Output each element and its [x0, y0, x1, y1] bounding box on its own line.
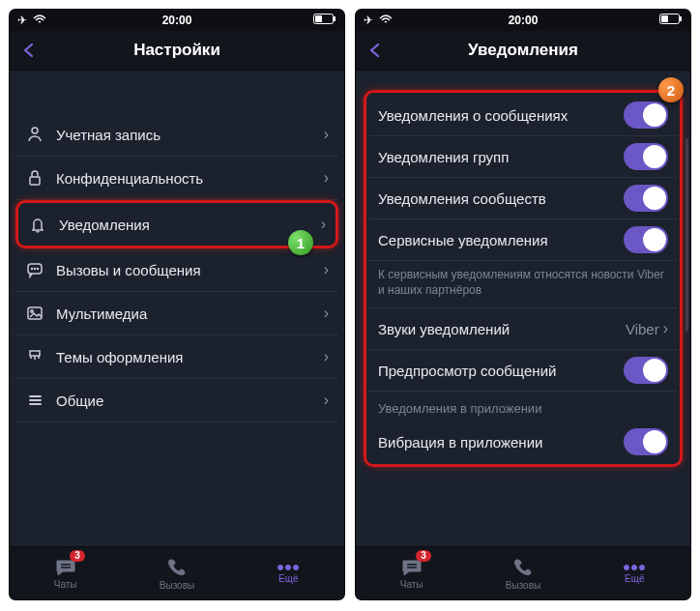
toggle-switch[interactable]	[624, 226, 668, 253]
row-preview-label: Предпросмотр сообщений	[378, 363, 624, 379]
svg-point-16	[278, 565, 283, 569]
toggle-switch[interactable]	[624, 185, 668, 212]
svg-point-8	[38, 269, 39, 270]
tab-more[interactable]: Ещё	[233, 547, 344, 599]
toggle-row-label: Сервисные уведомления	[378, 232, 624, 248]
svg-point-18	[294, 565, 299, 569]
settings-row-account[interactable]: Учетная запись›	[15, 113, 338, 157]
chevron-right-icon: ›	[324, 261, 329, 278]
toggle-row-0[interactable]: Уведомления о сообщениях	[368, 95, 678, 136]
page-title: Уведомления	[468, 41, 578, 60]
svg-rect-4	[30, 177, 40, 185]
bell-icon	[28, 215, 53, 234]
battery-icon	[313, 14, 336, 27]
row-sounds-label: Звуки уведомлений	[378, 321, 626, 337]
nav-bar: Настройки	[10, 31, 344, 71]
settings-row-media[interactable]: Мультимедиа›	[15, 292, 338, 335]
toggle-row-1[interactable]: Уведомления групп	[368, 136, 678, 178]
wifi-icon	[33, 14, 46, 27]
lock-icon	[25, 168, 50, 188]
notifications-content: 2 Уведомления о сообщенияхУведомления гр…	[356, 71, 690, 546]
battery-icon	[659, 14, 683, 27]
svg-point-6	[32, 269, 33, 270]
chevron-right-icon: ›	[321, 216, 326, 233]
clock: 20:00	[509, 14, 539, 27]
settings-row-list[interactable]: Общие›	[15, 379, 338, 422]
tab-chats[interactable]: 3 Чаты	[356, 547, 467, 599]
highlight-group: 2 Уведомления о сообщенияхУведомления гр…	[364, 90, 683, 467]
brush-icon	[25, 347, 50, 366]
airplane-icon: ✈	[17, 14, 27, 27]
toggle-row-label: Уведомления сообществ	[378, 190, 624, 207]
nav-bar: Уведомления	[356, 31, 690, 71]
toggle-switch[interactable]	[624, 102, 668, 129]
toggle-vibration[interactable]	[624, 428, 668, 455]
toggle-switch[interactable]	[624, 143, 668, 170]
status-bar: ✈ 20:00	[10, 10, 344, 31]
tab-more-label: Ещё	[278, 573, 298, 584]
row-sounds-value: Viber	[626, 321, 659, 337]
chevron-right-icon: ›	[324, 348, 329, 365]
svg-point-10	[31, 310, 33, 312]
phone-left: ✈ 20:00 Настройки Учетная запись›Конфиде…	[10, 10, 344, 599]
svg-point-7	[35, 269, 36, 270]
settings-row-label: Общие	[50, 393, 324, 409]
toggle-row-3[interactable]: Сервисные уведомления	[368, 219, 678, 261]
airplane-icon: ✈	[364, 14, 373, 27]
service-note: К сервисным уведомлениям относятся новос…	[368, 261, 678, 308]
toggle-row-label: Уведомления о сообщениях	[378, 107, 624, 124]
svg-point-17	[286, 565, 291, 569]
callout-1: 1	[288, 230, 313, 255]
settings-row-label: Вызовы и сообщения	[50, 262, 324, 278]
chevron-right-icon: ›	[324, 392, 329, 409]
wifi-icon	[379, 14, 393, 27]
toggle-row-label: Уведомления групп	[378, 149, 624, 165]
chevron-right-icon: ›	[663, 320, 668, 337]
row-vibration[interactable]: Вибрация в приложении	[368, 422, 678, 462]
settings-row-label: Учетная запись	[50, 127, 324, 143]
toggle-preview[interactable]	[624, 357, 668, 384]
chats-badge: 3	[70, 550, 85, 562]
settings-row-label: Конфиденциальность	[50, 170, 324, 187]
list-icon	[25, 391, 50, 410]
media-icon	[25, 304, 50, 323]
tab-calls-label: Вызовы	[506, 580, 540, 591]
settings-content: Учетная запись›Конфиденциальность›Уведом…	[10, 71, 344, 546]
back-icon[interactable]	[365, 41, 385, 60]
settings-row-label: Мультимедиа	[50, 306, 324, 322]
svg-rect-1	[315, 15, 322, 22]
tab-calls-label: Вызовы	[160, 580, 194, 591]
svg-rect-2	[334, 16, 335, 21]
section-inapp-header: Уведомления в приложении	[368, 392, 678, 422]
tab-bar: 3 Чаты Вызовы Ещё	[10, 546, 344, 599]
clock: 20:00	[162, 14, 192, 27]
settings-row-brush[interactable]: Темы оформления›	[15, 335, 338, 379]
row-preview[interactable]: Предпросмотр сообщений	[368, 350, 678, 392]
tab-chats-label: Чаты	[400, 579, 423, 590]
tab-more[interactable]: Ещё	[579, 547, 690, 599]
toggle-row-2[interactable]: Уведомления сообществ	[368, 178, 678, 219]
scrollbar[interactable]	[685, 138, 688, 332]
back-icon[interactable]	[19, 41, 39, 60]
callout-2: 2	[658, 77, 684, 102]
tab-calls[interactable]: Вызовы	[121, 547, 232, 599]
chevron-right-icon: ›	[324, 126, 329, 143]
tab-bar: 3 Чаты Вызовы Ещё	[356, 546, 690, 599]
account-icon	[25, 125, 50, 144]
tab-calls[interactable]: Вызовы	[467, 547, 578, 599]
chats-badge: 3	[416, 550, 431, 562]
svg-point-24	[625, 565, 629, 569]
tab-chats-label: Чаты	[54, 579, 77, 590]
settings-row-chat[interactable]: Вызовы и сообщения›	[15, 248, 338, 292]
row-sounds[interactable]: Звуки уведомлений Viber ›	[368, 308, 678, 350]
row-vibration-label: Вибрация в приложении	[378, 434, 624, 451]
tab-chats[interactable]: 3 Чаты	[10, 547, 121, 599]
settings-row-lock[interactable]: Конфиденциальность›	[15, 157, 338, 200]
chevron-right-icon: ›	[324, 169, 329, 187]
svg-point-25	[632, 565, 637, 569]
tab-more-label: Ещё	[625, 573, 644, 584]
svg-rect-21	[680, 16, 682, 21]
chat-icon	[25, 260, 50, 279]
chevron-right-icon: ›	[324, 305, 329, 322]
svg-rect-20	[661, 15, 668, 22]
